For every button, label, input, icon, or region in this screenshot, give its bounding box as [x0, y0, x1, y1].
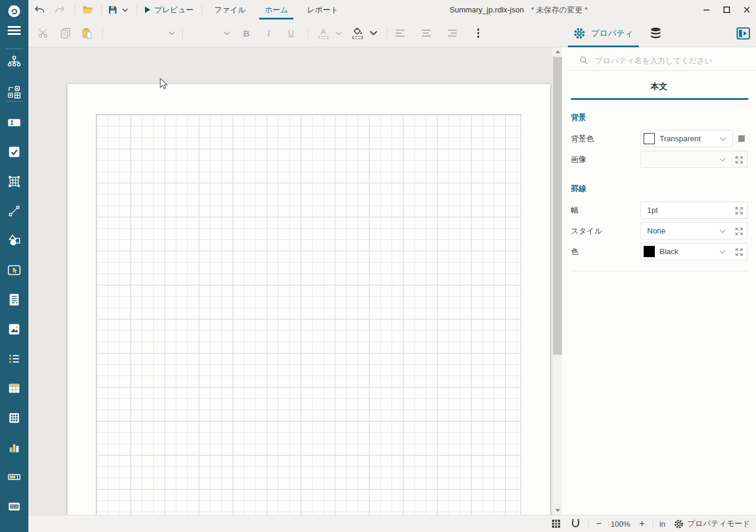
copy-button[interactable]: [60, 28, 70, 38]
shape-icon: [7, 233, 22, 248]
toolbox-line[interactable]: [0, 199, 28, 223]
property-label: 画像: [571, 155, 586, 164]
grid-toggle-button[interactable]: [551, 519, 561, 528]
panel-toggle-button[interactable]: [736, 20, 750, 47]
minimize-button[interactable]: [700, 4, 712, 16]
chevron-down-icon: [719, 158, 726, 162]
report-designer-app: プレビュー ファイル ホーム レポート Summary_jp.rdlx-json…: [0, 0, 756, 532]
scroll-up-button[interactable]: [553, 47, 563, 56]
zoom-level: 100%: [610, 520, 630, 528]
statusbar: − 100% + in プロパティモード: [28, 515, 756, 532]
toolbox-bullet[interactable]: [0, 465, 28, 489]
border-width-input[interactable]: [641, 206, 706, 215]
backcolor-dropdown[interactable]: Transparent: [641, 130, 733, 147]
menu-icon[interactable]: [8, 26, 21, 37]
report-body-grid[interactable]: [96, 114, 521, 515]
expand-icon[interactable]: [735, 228, 743, 235]
menu-tab-file[interactable]: ファイル: [212, 0, 247, 20]
toolbox-chart[interactable]: [0, 436, 28, 459]
expand-icon[interactable]: [735, 156, 743, 164]
italic-button[interactable]: I: [267, 28, 270, 38]
property-mode-button[interactable]: プロパティモード: [674, 518, 750, 529]
paste-icon: [82, 28, 92, 39]
toolbox-barcode[interactable]: [0, 495, 28, 518]
save-button[interactable]: [108, 0, 117, 20]
preview-button[interactable]: プレビュー: [145, 5, 193, 15]
scrollbar-thumb[interactable]: [553, 57, 562, 355]
toolbox-select-container[interactable]: [0, 258, 28, 282]
text-color-button[interactable]: A: [318, 28, 328, 39]
preview-label: プレビュー: [154, 5, 193, 15]
bold-button[interactable]: B: [243, 28, 250, 38]
text-color-icon: A: [321, 28, 326, 35]
unsaved-indicator: * 未保存の変更 *: [531, 5, 588, 15]
design-canvas: [28, 47, 552, 515]
panel-toggle-icon: [736, 27, 750, 40]
border-style-dropdown[interactable]: None: [641, 222, 748, 239]
align-right-button[interactable]: [448, 30, 457, 37]
backcolor-more-button[interactable]: [738, 135, 745, 142]
undo-button[interactable]: [34, 0, 44, 20]
chevron-down-icon: [719, 229, 726, 233]
underline-button[interactable]: U: [288, 28, 294, 38]
undo-icon: [34, 6, 44, 14]
redo-button[interactable]: [55, 0, 65, 20]
document-title: Summary_jp.rdlx-json: [450, 5, 524, 14]
fill-color-icon: [353, 28, 363, 35]
vertical-scrollbar[interactable]: [552, 47, 562, 515]
selected-element-tab[interactable]: 本文: [562, 82, 756, 92]
separator: [308, 28, 308, 38]
scroll-down-button[interactable]: [553, 506, 563, 515]
expand-icon[interactable]: [735, 248, 743, 256]
data-button[interactable]: [644, 20, 667, 47]
chevron-down-icon: [224, 31, 230, 35]
zoom-out-button[interactable]: −: [596, 518, 602, 529]
open-button[interactable]: [82, 0, 93, 20]
toolbox-image[interactable]: [0, 317, 28, 341]
separator: [102, 28, 103, 38]
property-mode-label: プロパティモード: [687, 518, 750, 529]
toolbox-shape[interactable]: [0, 229, 28, 252]
chevron-down-icon: [335, 31, 342, 35]
align-left-button[interactable]: [396, 30, 405, 37]
toolbox-textbox[interactable]: [0, 111, 28, 134]
image-dropdown[interactable]: [641, 151, 748, 168]
toolbox-tablix[interactable]: [0, 170, 28, 193]
snap-toggle-button[interactable]: [571, 519, 580, 528]
text-color-dropdown[interactable]: [335, 31, 342, 35]
font-size-select[interactable]: [184, 25, 234, 41]
zoom-in-button[interactable]: +: [639, 518, 644, 529]
unit-button[interactable]: in: [660, 520, 665, 528]
fill-color-dropdown[interactable]: [370, 31, 377, 35]
property-search-input[interactable]: [595, 56, 748, 65]
toolbox-list[interactable]: [0, 347, 28, 371]
font-family-select[interactable]: [108, 25, 179, 41]
menu-tab-report[interactable]: レポート: [305, 0, 340, 20]
cut-button[interactable]: [38, 28, 49, 38]
align-center-button[interactable]: [422, 30, 431, 37]
expand-icon[interactable]: [735, 207, 743, 215]
fill-color-button[interactable]: [353, 28, 363, 39]
tablix-icon: [7, 174, 22, 189]
paste-button[interactable]: [82, 28, 92, 39]
window-controls: [700, 0, 752, 20]
border-color-value: Black: [660, 247, 679, 256]
toolbox-richtext[interactable]: [0, 288, 28, 312]
toolbox-table[interactable]: [0, 377, 28, 400]
close-button[interactable]: [741, 4, 752, 16]
chevron-down-icon: [169, 31, 175, 35]
more-button[interactable]: [477, 28, 479, 37]
toolbox-hierarchy[interactable]: [0, 50, 28, 74]
border-color-dropdown[interactable]: Black: [641, 243, 748, 260]
toolbox-matrix[interactable]: [0, 406, 28, 430]
border-width-field[interactable]: [641, 202, 748, 219]
toolbox-checkbox[interactable]: [0, 140, 28, 164]
toolbox-layout[interactable]: [0, 80, 28, 104]
property-search: [562, 52, 756, 69]
save-dropdown-button[interactable]: [122, 0, 128, 20]
menu-tab-home[interactable]: ホーム: [263, 0, 290, 20]
gear-icon: [573, 27, 586, 40]
maximize-button[interactable]: [721, 4, 732, 16]
properties-tab[interactable]: プロパティ: [568, 20, 639, 47]
property-row-backcolor: 背景色 Transparent: [571, 130, 748, 148]
